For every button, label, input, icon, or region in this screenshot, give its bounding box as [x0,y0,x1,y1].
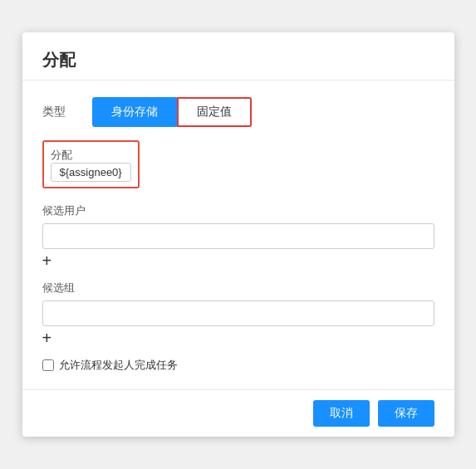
candidate-user-label: 候选用户 [42,203,434,218]
candidate-group-section: 候选组 + [42,281,434,346]
save-button[interactable]: 保存 [378,400,434,427]
dialog: 分配 类型 身份存储 固定值 分配 ${assignee0} 候选用户 + 候选… [22,32,454,437]
type-buttons: 身份存储 固定值 [92,97,252,127]
candidate-user-section: 候选用户 + [42,203,434,269]
dialog-header: 分配 [22,32,454,81]
checkbox-label: 允许流程发起人完成任务 [59,358,178,373]
assign-section: 分配 ${assignee0} [42,140,434,192]
candidate-user-input[interactable] [42,223,434,249]
dialog-title: 分配 [42,51,76,69]
type-label: 类型 [42,105,92,120]
cancel-button[interactable]: 取消 [313,400,370,427]
btn-fixed-value[interactable]: 固定值 [177,97,252,127]
assign-label: 分配 [51,149,72,161]
dialog-body: 类型 身份存储 固定值 分配 ${assignee0} 候选用户 + 候选组 + [22,81,454,389]
btn-identity-storage[interactable]: 身份存储 [92,97,177,127]
dialog-footer: 取消 保存 [22,389,454,437]
checkbox-row: 允许流程发起人完成任务 [42,358,434,373]
add-group-button[interactable]: + [42,330,52,346]
add-user-button[interactable]: + [42,252,52,269]
assign-outlined-box: 分配 ${assignee0} [42,140,140,188]
allow-initiator-checkbox[interactable] [42,359,54,371]
candidate-group-label: 候选组 [42,281,434,296]
assignee-tag: ${assignee0} [51,163,131,182]
type-row: 类型 身份存储 固定值 [42,97,434,127]
candidate-group-input[interactable] [42,300,434,326]
